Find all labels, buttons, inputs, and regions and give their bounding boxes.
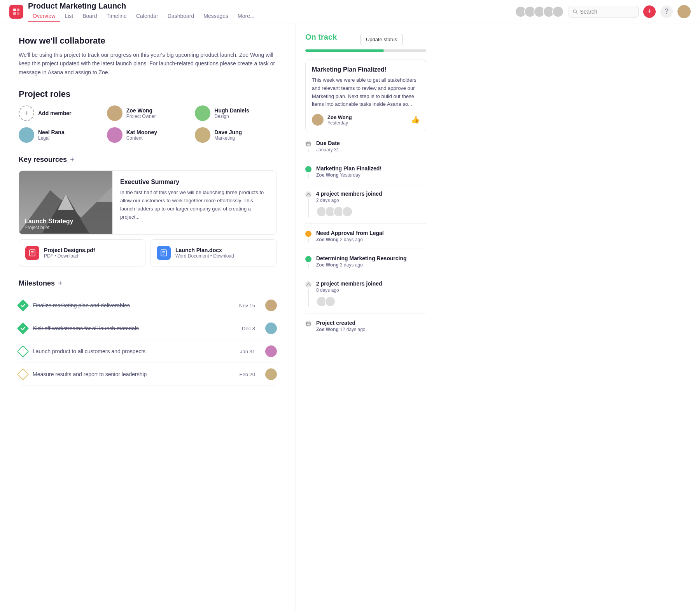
timeline-item-marketing-plan: Marketing Plan Finalized! Zoe Wong Yeste… <box>305 165 426 184</box>
avatar <box>107 127 122 143</box>
milestone-label: Kick off workstreams for all launch mate… <box>33 325 236 331</box>
resource-image: Launch Strategy Project brief <box>19 171 112 234</box>
timeline-item-resourcing: Determining Marketing Resourcing Zoe Won… <box>305 255 426 274</box>
collaborate-heading: How we'll collaborate <box>19 36 277 46</box>
timeline-dot <box>305 191 312 198</box>
resource-card-large[interactable]: Launch Strategy Project brief Executive … <box>19 170 277 235</box>
right-panel: On track Update status Marketing Plan Fi… <box>296 23 436 610</box>
add-resource-button[interactable]: + <box>70 155 75 164</box>
key-resources-heading: Key resources <box>19 156 67 164</box>
project-title: Product Marketing Launch <box>28 1 515 11</box>
timeline-event-sub: January 31 <box>316 147 426 152</box>
timeline-item-members-4: 4 project members joined 2 days ago <box>305 191 426 224</box>
tab-more[interactable]: More... <box>233 11 259 22</box>
role-item: Zoe Wong Project Owner <box>107 105 189 121</box>
milestone-diamond-completed <box>17 300 29 312</box>
milestone-avatar <box>265 368 277 380</box>
update-time: Yesterday <box>327 120 352 126</box>
add-member-circle[interactable]: + <box>19 105 34 121</box>
roles-grid: + Add member Zoe Wong Project Owner <box>19 105 277 143</box>
timeline-event-title: Need Approval from Legal <box>316 230 426 236</box>
key-resources-section: Key resources + <box>19 155 277 266</box>
add-milestone-button[interactable]: + <box>58 279 63 288</box>
timeline-item-members-2: 2 project members joined 8 days ago <box>305 280 426 314</box>
resource-image-sub: Project brief <box>24 225 107 230</box>
add-member-label: Add member <box>38 110 72 116</box>
tab-dashboard[interactable]: Dashboard <box>163 11 199 22</box>
milestone-avatar <box>265 323 277 334</box>
svg-point-16 <box>309 283 310 284</box>
timeline-avatars <box>316 206 426 217</box>
update-status-button[interactable]: Update status <box>360 34 403 45</box>
role-name: Dave Jung <box>214 129 242 135</box>
tab-board[interactable]: Board <box>78 11 102 22</box>
timeline-dot <box>305 281 312 287</box>
timeline-avatar <box>325 296 336 307</box>
svg-rect-0 <box>13 9 16 11</box>
like-button[interactable]: 👍 <box>411 116 420 124</box>
timeline-event-sub: Zoe Wong Yesterday <box>316 172 426 178</box>
search-input[interactable] <box>580 9 634 15</box>
milestone-avatar <box>265 300 277 311</box>
milestone-item[interactable]: Launch product to all customers and pros… <box>19 340 277 363</box>
role-name: Kat Mooney <box>126 129 157 135</box>
timeline-dot <box>305 321 312 327</box>
tab-list[interactable]: List <box>60 11 78 22</box>
milestone-label: Launch product to all customers and pros… <box>33 348 234 354</box>
nav-tabs: Overview List Board Timeline Calendar Da… <box>28 11 515 22</box>
resource-image-label: Launch Strategy Project brief <box>19 214 112 234</box>
avatar[interactable] <box>552 6 564 18</box>
avatar <box>107 105 122 121</box>
user-avatar[interactable] <box>677 5 691 18</box>
milestone-date: Feb 20 <box>240 372 255 377</box>
file-card-pdf[interactable]: Project Designs.pdf PDF • Download <box>19 239 145 266</box>
timeline-event-sub: Zoe Wong 2 days ago <box>316 237 426 242</box>
pdf-icon <box>25 246 39 260</box>
file-card-doc[interactable]: Launch Plan.docx Word Document • Downloa… <box>150 239 277 266</box>
milestone-item[interactable]: Finalize marketing plan and deliverables… <box>19 294 277 317</box>
collaborate-body: We'll be using this project to track our… <box>19 51 277 77</box>
role-title: Design <box>214 114 249 119</box>
file-meta: Word Document • Download <box>175 253 234 259</box>
tab-timeline[interactable]: Timeline <box>102 11 131 22</box>
role-name: Zoe Wong <box>126 107 156 114</box>
help-button[interactable]: ? <box>660 5 673 18</box>
team-avatars[interactable] <box>515 6 564 18</box>
svg-rect-17 <box>306 322 310 326</box>
role-item: Dave Jung Marketing <box>195 127 277 143</box>
role-item: Kat Mooney Content <box>107 127 189 143</box>
timeline-avatar <box>342 206 353 217</box>
milestone-diamond-pending <box>17 345 29 358</box>
milestone-item[interactable]: Kick off workstreams for all launch mate… <box>19 317 277 340</box>
milestones-section: Milestones + Finalize marketing plan and… <box>19 279 277 386</box>
role-item: Hugh Daniels Design <box>195 105 277 121</box>
add-button[interactable]: + <box>643 5 656 18</box>
svg-point-15 <box>307 283 309 284</box>
progress-bar <box>305 49 426 52</box>
milestone-item[interactable]: Measure results and report to senior lea… <box>19 363 277 386</box>
avatar <box>195 127 210 143</box>
role-name: Neel Rana <box>38 129 65 135</box>
role-title: Project Owner <box>126 114 156 119</box>
file-meta: PDF • Download <box>44 253 95 259</box>
milestone-date: Jan 31 <box>240 349 255 354</box>
left-panel: How we'll collaborate We'll be using thi… <box>0 23 296 610</box>
timeline-item-due-date: Due Date January 31 <box>305 140 426 159</box>
svg-rect-3 <box>17 12 19 15</box>
search-box[interactable] <box>569 6 639 18</box>
add-member-item[interactable]: + Add member <box>19 105 101 121</box>
role-item: Neel Rana Legal <box>19 127 101 143</box>
timeline-event-sub: Zoe Wong 3 days ago <box>316 262 426 268</box>
app-icon <box>9 5 23 19</box>
tab-overview[interactable]: Overview <box>28 11 60 22</box>
role-title: Legal <box>38 135 65 141</box>
milestones-heading: Milestones <box>19 279 55 287</box>
tab-messages[interactable]: Messages <box>199 11 233 22</box>
milestone-date: Nov 15 <box>239 303 255 309</box>
timeline-event-title: Due Date <box>316 140 426 146</box>
tab-calendar[interactable]: Calendar <box>131 11 163 22</box>
update-title: Marketing Plan Finalized! <box>312 66 420 73</box>
role-title: Marketing <box>214 135 242 141</box>
timeline-event-sub: 2 days ago <box>316 198 426 203</box>
timeline-event-title: Determining Marketing Resourcing <box>316 255 426 261</box>
